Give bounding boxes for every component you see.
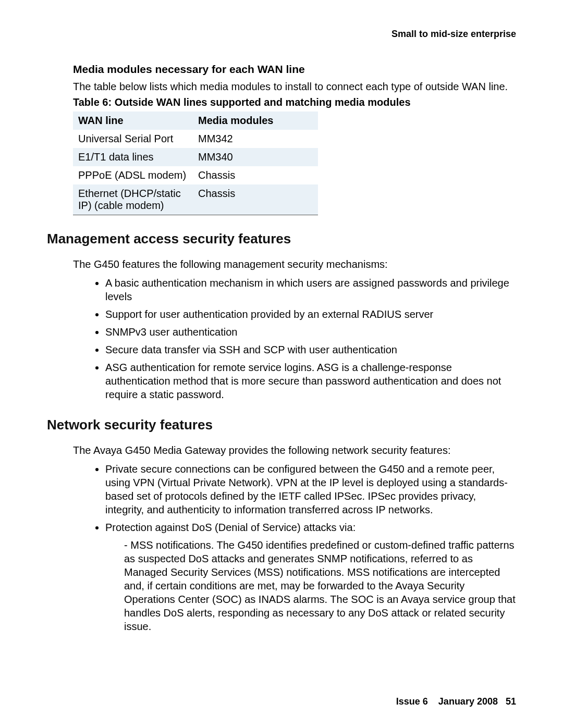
- mgmt-security-heading: Management access security features: [47, 231, 516, 247]
- footer-page: 51: [506, 696, 516, 707]
- cell-media-modules: Chassis: [193, 166, 318, 184]
- table-row: E1/T1 data lines MM340: [73, 148, 318, 166]
- cell-media-modules: MM340: [193, 148, 318, 166]
- mgmt-security-list: A basic authentication mechanism in whic…: [73, 276, 516, 401]
- media-modules-block: Media modules necessary for each WAN lin…: [47, 63, 516, 215]
- table-header-row: WAN line Media modules: [73, 112, 318, 130]
- page: Small to mid-size enterprise Media modul…: [0, 0, 563, 728]
- cell-wan-line: Ethernet (DHCP/static IP) (cable modem): [73, 184, 193, 215]
- media-modules-intro: The table below lists which media module…: [73, 80, 516, 93]
- net-security-block: Network security features The Avaya G450…: [47, 417, 516, 633]
- net-security-list: Private secure connections can be config…: [73, 462, 516, 633]
- running-header: Small to mid-size enterprise: [47, 29, 516, 40]
- page-footer: Issue 6 January 2008 51: [396, 696, 516, 707]
- col-wan-line: WAN line: [73, 112, 193, 130]
- footer-date: January 2008: [438, 696, 498, 707]
- list-item: Support for user authentication provided…: [105, 307, 516, 321]
- table-row: Ethernet (DHCP/static IP) (cable modem) …: [73, 184, 318, 215]
- list-item: MSS notifications. The G450 identifies p…: [124, 538, 516, 633]
- col-media-modules: Media modules: [193, 112, 318, 130]
- cell-media-modules: Chassis: [193, 184, 318, 215]
- mgmt-security-intro: The G450 features the following manageme…: [73, 257, 516, 271]
- list-item: SNMPv3 user authentication: [105, 325, 516, 339]
- cell-wan-line: Universal Serial Port: [73, 130, 193, 148]
- list-item: Protection against DoS (Denial of Servic…: [105, 521, 516, 633]
- cell-wan-line: E1/T1 data lines: [73, 148, 193, 166]
- list-item: ASG authentication for remote service lo…: [105, 361, 516, 401]
- list-item: Secure data transfer via SSH and SCP wit…: [105, 343, 516, 356]
- cell-wan-line: PPPoE (ADSL modem): [73, 166, 193, 184]
- net-security-heading: Network security features: [47, 417, 516, 433]
- net-security-intro: The Avaya G450 Media Gateway provides th…: [73, 443, 516, 457]
- table-row: Universal Serial Port MM342: [73, 130, 318, 148]
- list-item: A basic authentication mechanism in whic…: [105, 276, 516, 303]
- footer-issue: Issue 6: [396, 696, 428, 707]
- wan-table: WAN line Media modules Universal Serial …: [73, 112, 318, 215]
- mgmt-security-block: Management access security features The …: [47, 231, 516, 401]
- list-item-text: Protection against DoS (Denial of Servic…: [105, 522, 356, 533]
- net-security-sublist: MSS notifications. The G450 identifies p…: [105, 538, 516, 633]
- list-item: Private secure connections can be config…: [105, 462, 516, 516]
- cell-media-modules: MM342: [193, 130, 318, 148]
- table-caption: Table 6: Outside WAN lines supported and…: [73, 96, 516, 108]
- media-modules-heading: Media modules necessary for each WAN lin…: [73, 63, 516, 76]
- table-row: PPPoE (ADSL modem) Chassis: [73, 166, 318, 184]
